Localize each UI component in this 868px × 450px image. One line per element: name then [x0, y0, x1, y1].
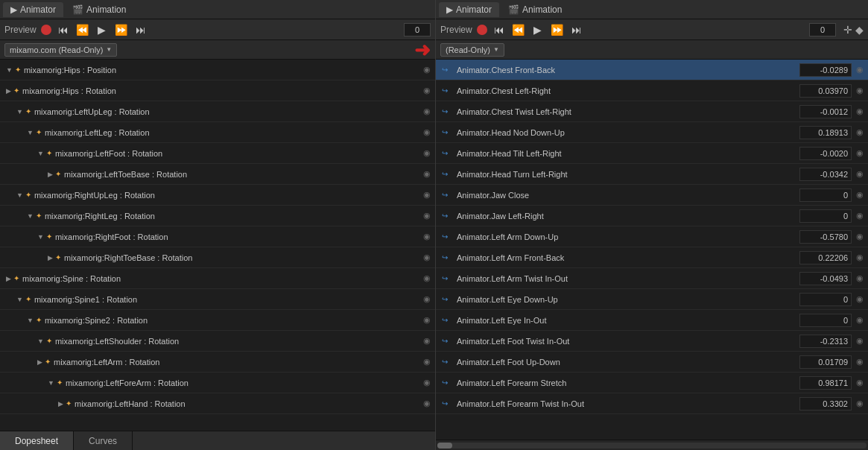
- value-box[interactable]: -0.5780: [799, 230, 852, 244]
- crosshair-icon[interactable]: ✛: [843, 24, 852, 36]
- expand-arrow-icon[interactable]: ▶: [6, 87, 11, 95]
- right-track-item[interactable]: ↪ Animator.Chest Left-Right 0.03970 ◉: [436, 80, 868, 101]
- right-play-button[interactable]: ▶: [530, 22, 545, 37]
- left-tab-animator[interactable]: ▶ Animator: [3, 2, 63, 17]
- eye-button[interactable]: ◉: [852, 232, 868, 241]
- left-prev-frame-button[interactable]: ⏪: [75, 22, 90, 37]
- expand-arrow-icon[interactable]: ▼: [16, 296, 23, 303]
- value-box[interactable]: -0.2313: [799, 335, 852, 348]
- right-skip-end-button[interactable]: ⏭: [569, 22, 584, 37]
- left-time-input[interactable]: [404, 23, 431, 37]
- value-box[interactable]: -0.0020: [799, 147, 852, 160]
- value-box[interactable]: 0: [799, 188, 852, 202]
- eye-icon[interactable]: ◉: [423, 107, 431, 116]
- left-track-item[interactable]: ▶ ✦ mixamorig:LeftArm : Rotation ◉: [0, 352, 435, 373]
- left-animation-dropdown[interactable]: mixamo.com (Read-Only) ▼: [4, 43, 117, 57]
- left-track-item[interactable]: ▼ ✦ mixamorig:LeftFoot : Rotation ◉: [0, 143, 435, 164]
- eye-button[interactable]: ◉: [852, 127, 868, 137]
- right-track-item[interactable]: ↪ Animator.Left Eye Down-Up 0 ◉: [436, 289, 868, 310]
- eye-button[interactable]: ◉: [852, 107, 868, 116]
- eye-button[interactable]: ◉: [852, 378, 868, 387]
- right-animation-dropdown[interactable]: (Read-Only) ▼: [440, 43, 504, 57]
- right-bottom-scrollbar[interactable]: [436, 440, 868, 450]
- left-track-item[interactable]: ▶ ✦ mixamorig:LeftHand : Rotation ◉: [0, 393, 435, 414]
- expand-arrow-icon[interactable]: ▶: [37, 358, 42, 366]
- eye-icon[interactable]: ◉: [423, 273, 431, 283]
- eye-icon[interactable]: ◉: [423, 232, 431, 241]
- scrollbar-thumb[interactable]: [437, 443, 452, 449]
- right-track-item[interactable]: ↪ Animator.Jaw Left-Right 0 ◉: [436, 206, 868, 226]
- eye-icon[interactable]: ◉: [423, 190, 431, 200]
- eye-icon[interactable]: ◉: [423, 65, 431, 75]
- eye-icon[interactable]: ◉: [423, 253, 431, 262]
- right-track-item[interactable]: ↪ Animator.Left Arm Twist In-Out -0.0493…: [436, 268, 868, 289]
- expand-arrow-icon[interactable]: ▼: [27, 317, 34, 324]
- right-time-input[interactable]: [809, 23, 836, 37]
- eye-button[interactable]: ◉: [852, 294, 868, 304]
- expand-arrow-icon[interactable]: ▼: [27, 212, 34, 220]
- right-next-frame-button[interactable]: ⏩: [550, 22, 565, 37]
- eye-icon[interactable]: ◉: [423, 148, 431, 158]
- expand-arrow-icon[interactable]: ▶: [48, 254, 53, 262]
- eye-button[interactable]: ◉: [852, 336, 868, 346]
- value-box[interactable]: -0.0289: [799, 63, 852, 77]
- left-next-frame-button[interactable]: ⏩: [114, 22, 129, 37]
- value-box[interactable]: 0: [799, 209, 852, 223]
- right-track-item[interactable]: ↪ Animator.Left Arm Down-Up -0.5780 ◉: [436, 226, 868, 247]
- right-track-item[interactable]: ↪ Animator.Jaw Close 0 ◉: [436, 185, 868, 206]
- eye-icon[interactable]: ◉: [423, 378, 431, 387]
- eye-button[interactable]: ◉: [852, 315, 868, 325]
- eye-button[interactable]: ◉: [852, 169, 868, 179]
- left-track-item[interactable]: ▼ ✦ mixamorig:Hips : Position ◉: [0, 60, 435, 80]
- eye-icon[interactable]: ◉: [423, 127, 431, 137]
- value-box[interactable]: 0.03970: [799, 84, 852, 98]
- value-box[interactable]: 0.3302: [799, 397, 852, 411]
- eye-icon[interactable]: ◉: [423, 399, 431, 408]
- eye-icon[interactable]: ◉: [423, 315, 431, 325]
- left-bottom-tab-dopesheet[interactable]: Dopesheet: [0, 431, 74, 450]
- right-tab-animator[interactable]: ▶ Animator: [439, 2, 499, 17]
- expand-arrow-icon[interactable]: ▶: [58, 400, 63, 408]
- eye-button[interactable]: ◉: [852, 357, 868, 367]
- eye-icon[interactable]: ◉: [423, 86, 431, 95]
- eye-button[interactable]: ◉: [852, 273, 868, 283]
- right-track-list[interactable]: ↪ Animator.Chest Front-Back -0.0289 ◉ ↪ …: [436, 60, 868, 440]
- left-track-item[interactable]: ▼ ✦ mixamorig:LeftUpLeg : Rotation ◉: [0, 101, 435, 122]
- right-track-item[interactable]: ↪ Animator.Left Foot Twist In-Out -0.231…: [436, 331, 868, 352]
- right-track-item[interactable]: ↪ Animator.Head Tilt Left-Right -0.0020 …: [436, 143, 868, 164]
- right-tab-animation[interactable]: 🎬 Animation: [501, 2, 569, 17]
- expand-arrow-icon[interactable]: ▼: [37, 150, 44, 157]
- scrollbar-track[interactable]: [437, 443, 867, 449]
- left-track-item[interactable]: ▼ ✦ mixamorig:Spine1 : Rotation ◉: [0, 289, 435, 310]
- left-track-item[interactable]: ▶ ✦ mixamorig:Hips : Rotation ◉: [0, 80, 435, 101]
- left-track-item[interactable]: ▶ ✦ mixamorig:RightToeBase : Rotation ◉: [0, 247, 435, 268]
- right-track-item[interactable]: ↪ Animator.Chest Front-Back -0.0289 ◉: [436, 60, 868, 80]
- right-record-button[interactable]: [477, 25, 487, 35]
- right-track-item[interactable]: ↪ Animator.Chest Twist Left-Right -0.001…: [436, 101, 868, 122]
- expand-arrow-icon[interactable]: ▼: [27, 129, 34, 136]
- eye-button[interactable]: ◉: [852, 253, 868, 262]
- eye-button[interactable]: ◉: [852, 148, 868, 158]
- eye-button[interactable]: ◉: [852, 399, 868, 408]
- left-track-item[interactable]: ▼ ✦ mixamorig:LeftShoulder : Rotation ◉: [0, 331, 435, 352]
- right-track-item[interactable]: ↪ Animator.Head Nod Down-Up 0.18913 ◉: [436, 122, 868, 143]
- eye-button[interactable]: ◉: [852, 190, 868, 200]
- expand-arrow-icon[interactable]: ▼: [6, 66, 13, 74]
- eye-button[interactable]: ◉: [852, 65, 868, 75]
- eye-button[interactable]: ◉: [852, 211, 868, 221]
- right-track-item[interactable]: ↪ Animator.Left Eye In-Out 0 ◉: [436, 310, 868, 331]
- left-record-button[interactable]: [41, 25, 51, 35]
- eye-icon[interactable]: ◉: [423, 169, 431, 179]
- right-skip-start-button[interactable]: ⏮: [492, 22, 507, 37]
- left-tab-animation[interactable]: 🎬 Animation: [65, 2, 133, 17]
- expand-arrow-icon[interactable]: ▼: [16, 191, 23, 199]
- value-box[interactable]: 0.18913: [799, 126, 852, 139]
- eye-icon[interactable]: ◉: [423, 336, 431, 346]
- right-track-item[interactable]: ↪ Animator.Left Forearm Twist In-Out 0.3…: [436, 393, 868, 414]
- left-track-item[interactable]: ▼ ✦ mixamorig:LeftLeg : Rotation ◉: [0, 122, 435, 143]
- left-track-item[interactable]: ▼ ✦ mixamorig:RightUpLeg : Rotation ◉: [0, 185, 435, 206]
- value-box[interactable]: 0: [799, 314, 852, 327]
- left-track-item[interactable]: ▼ ✦ mixamorig:LeftForeArm : Rotation ◉: [0, 373, 435, 393]
- right-track-item[interactable]: ↪ Animator.Head Turn Left-Right -0.0342 …: [436, 164, 868, 185]
- value-box[interactable]: -0.0012: [799, 105, 852, 118]
